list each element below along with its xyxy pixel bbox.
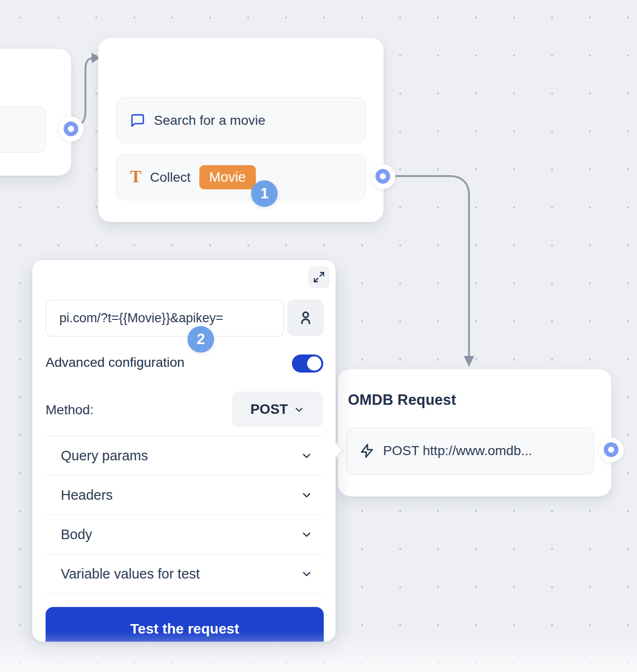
node-row-collect-movie[interactable]: T Collect Movie xyxy=(116,154,365,200)
flow-canvas[interactable]: Movie search Search for a movie T Collec… xyxy=(0,0,637,672)
section-label: Query params xyxy=(61,448,148,464)
section-headers[interactable]: Headers xyxy=(44,475,323,514)
node-row-post-request[interactable]: POST http://www.omdb... xyxy=(346,427,594,475)
advanced-configuration-label: Advanced configuration xyxy=(46,355,185,370)
chevron-down-icon xyxy=(300,528,313,541)
text-input-icon: T xyxy=(130,168,141,185)
collapsible-sections: Query params Headers Body Variable value… xyxy=(44,436,323,594)
step-badge-1: 1 xyxy=(251,180,278,207)
output-port-previous-node[interactable] xyxy=(59,117,84,141)
step-badge-2: 2 xyxy=(187,326,214,353)
section-query-params[interactable]: Query params xyxy=(44,436,323,475)
row-label: POST http://www.omdb... xyxy=(383,443,532,458)
chevron-down-icon xyxy=(293,404,305,415)
movie-search-node[interactable]: Movie search Search for a movie T Collec… xyxy=(98,38,384,222)
toggle-knob xyxy=(307,356,321,371)
port-ring xyxy=(604,442,618,457)
lightning-icon xyxy=(359,443,375,458)
section-body[interactable]: Body xyxy=(44,514,323,554)
output-port-movie-search[interactable] xyxy=(371,164,395,189)
section-label: Headers xyxy=(61,487,113,503)
request-config-panel: Advanced configuration Method: POST Quer… xyxy=(32,260,336,642)
expand-icon xyxy=(313,271,325,283)
previous-node-row[interactable] xyxy=(0,106,46,153)
variable-badge-movie: Movie xyxy=(199,165,256,189)
previous-node-card[interactable] xyxy=(0,49,71,176)
node-title: OMDB Request xyxy=(348,392,456,409)
connector-movie-to-omdb xyxy=(391,176,469,356)
method-value: POST xyxy=(251,401,288,417)
variable-picker-button[interactable] xyxy=(287,299,324,336)
port-ring xyxy=(375,169,390,184)
chat-bubble-icon xyxy=(130,113,145,128)
connector-arrowhead-down xyxy=(464,356,474,367)
section-label: Variable values for test xyxy=(61,566,200,582)
advanced-configuration-toggle[interactable] xyxy=(292,355,323,373)
row-label: Search for a movie xyxy=(154,113,265,128)
chevron-down-icon xyxy=(300,489,313,501)
output-port-omdb-request[interactable] xyxy=(599,438,624,462)
row-label: Collect xyxy=(150,170,191,185)
method-label: Method: xyxy=(46,402,94,418)
expand-button[interactable] xyxy=(308,266,330,288)
chevron-down-icon xyxy=(300,568,313,580)
method-select[interactable]: POST xyxy=(232,392,323,427)
section-variable-values[interactable]: Variable values for test xyxy=(44,554,323,594)
chevron-down-icon xyxy=(300,449,313,462)
port-ring xyxy=(64,121,78,136)
omdb-request-node[interactable]: OMDB Request POST http://www.omdb... xyxy=(338,369,611,496)
section-label: Body xyxy=(61,527,92,542)
connector-prev-to-movie xyxy=(78,58,95,126)
test-request-button[interactable]: Test the request xyxy=(46,607,324,642)
person-icon xyxy=(297,309,314,327)
node-row-search-for-movie[interactable]: Search for a movie xyxy=(116,97,365,143)
request-url-input[interactable] xyxy=(46,300,284,336)
